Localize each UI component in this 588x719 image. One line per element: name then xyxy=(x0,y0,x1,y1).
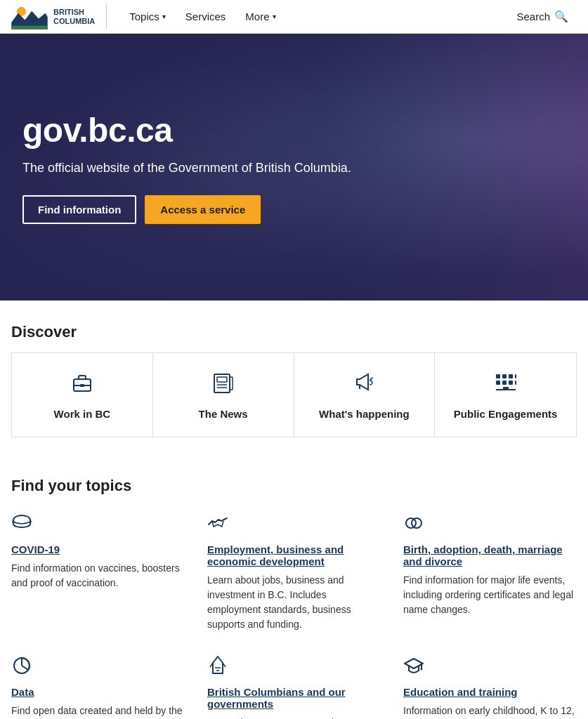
audience-icon xyxy=(493,370,518,401)
topic-card-covid-19: COVID-19 Find information on vaccines, b… xyxy=(11,512,185,632)
discover-card-work-in-bc[interactable]: Work in BC xyxy=(12,353,153,437)
hero-subtitle: The official website of the Government o… xyxy=(22,161,351,176)
discover-card-public-engagements[interactable]: Public Engagements xyxy=(435,353,576,437)
topics-grid: COVID-19 Find information on vaccines, b… xyxy=(11,512,577,719)
discover-label-the-news: The News xyxy=(199,408,248,420)
topic-card-bc-governments: British Columbians and our governments L… xyxy=(207,654,381,719)
search-button[interactable]: Search 🔍 xyxy=(508,4,577,29)
svg-rect-14 xyxy=(502,374,507,378)
discover-section: Discover Work in BC xyxy=(0,301,588,454)
rings-icon xyxy=(403,512,577,538)
discover-card-the-news[interactable]: The News xyxy=(153,353,294,437)
handshake-icon xyxy=(207,512,381,538)
topic-card-employment: Employment, business and economic develo… xyxy=(207,512,381,632)
svg-rect-7 xyxy=(217,377,227,382)
briefcase-icon xyxy=(70,370,95,401)
education-link[interactable]: Education and training xyxy=(403,686,577,698)
discover-label-work-in-bc: Work in BC xyxy=(54,408,111,420)
svg-rect-10 xyxy=(230,377,233,390)
svg-marker-2 xyxy=(11,25,47,29)
birth-death-link[interactable]: Birth, adoption, death, marriage and div… xyxy=(403,543,577,567)
covid-19-desc: Find information on vaccines, boosters a… xyxy=(11,561,185,591)
birth-death-desc: Find information for major life events, … xyxy=(403,573,577,617)
topics-title: Find your topics xyxy=(11,477,577,495)
svg-rect-15 xyxy=(509,374,513,378)
svg-rect-20 xyxy=(515,381,516,385)
graduation-icon xyxy=(403,654,577,680)
discover-label-whats-happening: What's happening xyxy=(319,408,410,420)
data-desc: Find open data created and held by the B… xyxy=(11,704,185,719)
topic-card-education: Education and training Information on ea… xyxy=(403,654,577,719)
piechart-icon xyxy=(11,654,185,680)
more-chevron-icon: ▾ xyxy=(273,13,276,20)
bc-governments-desc: Learn about government and our initiativ… xyxy=(207,715,381,719)
covid-19-link[interactable]: COVID-19 xyxy=(11,543,185,555)
nav-topics[interactable]: Topics ▾ xyxy=(121,5,174,28)
discover-grid: Work in BC The News xyxy=(11,352,577,437)
svg-rect-5 xyxy=(80,384,84,387)
topic-card-birth-death: Birth, adoption, death, marriage and div… xyxy=(403,512,577,632)
employment-desc: Learn about jobs, business and investmen… xyxy=(207,573,381,632)
indigenous-icon xyxy=(207,654,381,680)
hero-buttons: Find information Access a service xyxy=(22,195,351,224)
svg-point-11 xyxy=(370,378,372,381)
svg-rect-19 xyxy=(515,374,516,378)
svg-rect-22 xyxy=(503,387,509,390)
svg-rect-17 xyxy=(502,381,507,385)
svg-rect-16 xyxy=(496,381,500,385)
nav-links: Topics ▾ Services More ▾ xyxy=(121,5,508,28)
data-link[interactable]: Data xyxy=(11,686,185,698)
discover-title: Discover xyxy=(11,323,577,341)
svg-marker-28 xyxy=(405,659,423,668)
discover-card-whats-happening[interactable]: What's happening xyxy=(294,353,436,437)
topics-chevron-icon: ▾ xyxy=(162,13,166,20)
svg-rect-13 xyxy=(496,374,500,378)
topic-card-data: Data Find open data created and held by … xyxy=(11,654,185,719)
hero-content: gov.bc.ca The official website of the Go… xyxy=(0,77,374,258)
svg-rect-18 xyxy=(509,381,513,385)
find-information-button[interactable]: Find information xyxy=(22,195,136,224)
logo[interactable]: BRITISH COLUMBIA xyxy=(11,4,107,29)
nav-more[interactable]: More ▾ xyxy=(237,5,284,28)
hero-title: gov.bc.ca xyxy=(22,111,351,150)
bc-governments-link[interactable]: British Columbians and our governments xyxy=(207,686,381,710)
nav-services[interactable]: Services xyxy=(177,5,235,28)
hero-section: gov.bc.ca The official website of the Go… xyxy=(0,34,588,301)
svg-point-12 xyxy=(372,377,373,378)
access-service-button[interactable]: Access a service xyxy=(145,195,261,224)
logo-text: BRITISH COLUMBIA xyxy=(53,8,95,25)
megaphone-icon xyxy=(351,370,377,401)
svg-point-30 xyxy=(421,668,423,671)
education-desc: Information on early childhood, K to 12,… xyxy=(403,704,577,719)
discover-label-public-engagements: Public Engagements xyxy=(454,408,558,420)
employment-link[interactable]: Employment, business and economic develo… xyxy=(207,543,381,567)
mask-icon xyxy=(11,512,185,538)
navbar: BRITISH COLUMBIA Topics ▾ Services More … xyxy=(0,0,588,34)
topics-section: Find your topics COVID-19 Find informati… xyxy=(0,454,588,719)
newspaper-icon xyxy=(211,370,236,401)
search-icon: 🔍 xyxy=(554,10,568,23)
